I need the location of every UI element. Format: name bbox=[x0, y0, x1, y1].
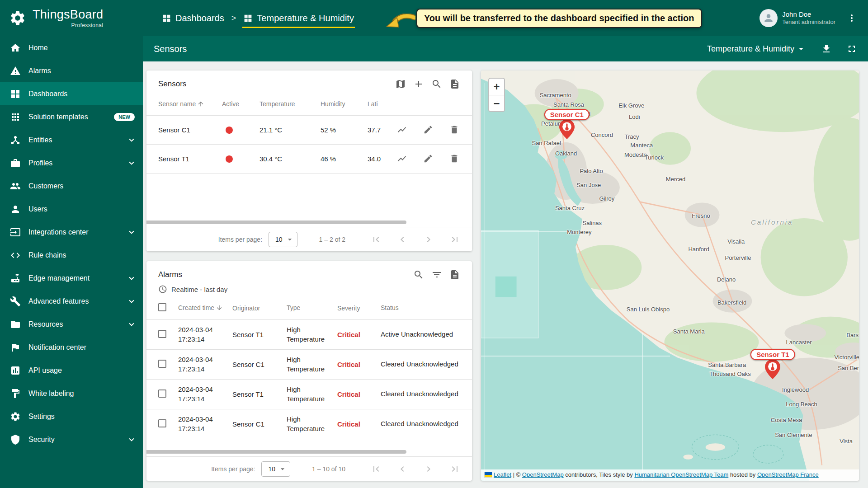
sidebar-item-label: Alarms bbox=[28, 67, 137, 75]
sidebar-item-white-labeling[interactable]: White labeling bbox=[0, 382, 143, 405]
alarm-row[interactable]: 2024-03-0417:23:14 Sensor T1 High Temper… bbox=[146, 380, 472, 409]
map-city-label: Oakland bbox=[555, 150, 577, 157]
sidebar-item-security[interactable]: Security bbox=[0, 428, 143, 451]
user-name: John Doe bbox=[782, 10, 835, 19]
white-labeling-icon bbox=[10, 388, 21, 399]
map-city-label: Sacramento bbox=[540, 92, 571, 99]
search-icon[interactable] bbox=[431, 79, 442, 89]
row-checkbox[interactable] bbox=[158, 419, 166, 427]
map-marker-label[interactable]: Sensor T1 bbox=[750, 349, 795, 360]
more-menu-icon[interactable] bbox=[846, 13, 857, 23]
sidebar-item-profiles[interactable]: Profiles bbox=[0, 151, 143, 174]
row-checkbox[interactable] bbox=[158, 389, 166, 398]
alarm-severity: Critical bbox=[337, 331, 381, 338]
attribution-link[interactable]: OpenStreetMap France bbox=[757, 471, 819, 478]
alarms-icon bbox=[10, 66, 21, 76]
sidebar-item-rule-chains[interactable]: Rule chains bbox=[0, 244, 143, 267]
sort-ascending-icon[interactable] bbox=[197, 100, 204, 108]
sidebar-item-home[interactable]: Home bbox=[0, 36, 143, 59]
items-per-page-select[interactable]: 10 bbox=[261, 461, 290, 477]
row-checkbox[interactable] bbox=[158, 360, 166, 368]
sidebar-item-edge-management[interactable]: Edge management bbox=[0, 267, 143, 290]
alarm-row[interactable]: 2024-03-0417:23:14 Sensor C1 High Temper… bbox=[146, 409, 472, 439]
sidebar-item-settings[interactable]: Settings bbox=[0, 405, 143, 428]
alarm-row[interactable]: 2024-03-0417:23:14 Sensor T1 High Temper… bbox=[146, 320, 472, 350]
attribution-link[interactable]: OpenStreetMap bbox=[522, 471, 564, 478]
sidebar-item-integrations-center[interactable]: Integrations center bbox=[0, 221, 143, 244]
dashboard-state-select[interactable]: Temperature & Humidity bbox=[707, 43, 807, 54]
search-icon[interactable] bbox=[413, 269, 424, 280]
sensor-row[interactable]: Sensor T1 30.4 °C 46 % 34.0 bbox=[146, 145, 472, 174]
map-attribution: Leaflet | © OpenStreetMap contributors, … bbox=[481, 469, 859, 481]
sidebar-item-api-usage[interactable]: API usage bbox=[0, 359, 143, 382]
chevron-down-icon bbox=[127, 158, 137, 168]
sidebar-item-customers[interactable]: Customers bbox=[0, 174, 143, 197]
add-entity-icon[interactable] bbox=[413, 79, 424, 89]
select-all-checkbox[interactable] bbox=[158, 303, 166, 311]
first-page-icon[interactable] bbox=[371, 464, 382, 474]
last-page-icon[interactable] bbox=[449, 234, 460, 245]
sidebar-item-dashboards[interactable]: Dashboards bbox=[0, 82, 143, 105]
timeseries-chart-icon[interactable] bbox=[397, 125, 408, 136]
map-marker-label[interactable]: Sensor C1 bbox=[544, 109, 590, 120]
previous-page-icon[interactable] bbox=[397, 234, 408, 245]
sidebar-item-users[interactable]: Users bbox=[0, 197, 143, 221]
sidebar-item-entities[interactable]: Entities bbox=[0, 128, 143, 151]
attribution-link[interactable]: Leaflet bbox=[494, 471, 511, 478]
last-page-icon[interactable] bbox=[449, 464, 460, 474]
timeseries-chart-icon[interactable] bbox=[397, 154, 408, 164]
filter-icon[interactable] bbox=[431, 269, 442, 280]
active-status-dot bbox=[226, 127, 233, 134]
alarm-row[interactable]: 2024-03-0417:23:14 Sensor C1 High Temper… bbox=[146, 350, 472, 380]
map-canvas[interactable] bbox=[481, 70, 859, 481]
map-marker-sensor-c1[interactable] bbox=[559, 119, 575, 141]
alarm-created-time: 2024-03-0417:23:14 bbox=[178, 325, 232, 344]
row-checkbox[interactable] bbox=[158, 330, 166, 338]
horizontal-scrollbar[interactable] bbox=[146, 450, 406, 454]
delete-icon[interactable] bbox=[449, 125, 460, 136]
download-icon[interactable] bbox=[821, 43, 832, 54]
map-city-label: San Clemente bbox=[775, 432, 812, 438]
sidebar-item-advanced-features[interactable]: Advanced features bbox=[0, 290, 143, 313]
sidebar-item-notification-center[interactable]: Notification center bbox=[0, 336, 143, 359]
map-marker-sensor-t1[interactable] bbox=[765, 359, 780, 381]
sensor-row[interactable]: Sensor C1 21.1 °C 52 % 37.7 bbox=[146, 116, 472, 145]
edit-icon[interactable] bbox=[423, 154, 434, 164]
export-icon[interactable] bbox=[449, 79, 460, 89]
sidebar-item-solution-templates[interactable]: Solution templates NEW bbox=[0, 105, 143, 128]
map-city-label: Merced bbox=[666, 175, 685, 182]
user-block[interactable]: John Doe Tenant administrator bbox=[760, 9, 835, 27]
fullscreen-icon[interactable] bbox=[846, 43, 857, 54]
sidebar-item-alarms[interactable]: Alarms bbox=[0, 59, 143, 82]
delete-icon[interactable] bbox=[449, 154, 460, 164]
sidebar-item-resources[interactable]: Resources bbox=[0, 313, 143, 336]
previous-page-icon[interactable] bbox=[397, 464, 408, 474]
sidebar-item-label: API usage bbox=[28, 366, 137, 375]
first-page-icon[interactable] bbox=[371, 234, 382, 245]
person-icon bbox=[763, 12, 774, 24]
sensor-temperature: 21.1 °C bbox=[259, 126, 321, 134]
zoom-out-button[interactable]: − bbox=[489, 95, 504, 111]
chevron-down-icon bbox=[127, 435, 137, 445]
sidebar-item-label: Entities bbox=[28, 136, 119, 144]
next-page-icon[interactable] bbox=[423, 234, 434, 245]
resources-icon bbox=[10, 319, 21, 330]
sidebar-item-label: White labeling bbox=[28, 389, 137, 398]
export-icon[interactable] bbox=[449, 269, 460, 280]
attribution-link[interactable]: Humanitarian OpenStreetMap Team bbox=[634, 471, 728, 478]
edit-icon[interactable] bbox=[423, 125, 434, 136]
horizontal-scrollbar[interactable] bbox=[146, 221, 406, 224]
sort-descending-icon[interactable] bbox=[216, 304, 223, 311]
sidebar-item-label: Profiles bbox=[28, 159, 119, 167]
map-icon[interactable] bbox=[395, 79, 406, 89]
app-logo[interactable]: ThingsBoard Professional bbox=[0, 0, 143, 36]
map-zoom-control: + − bbox=[488, 78, 505, 112]
breadcrumb-dashboards[interactable]: Dashboards bbox=[161, 11, 225, 25]
timewindow-button[interactable]: Realtime - last day bbox=[146, 283, 472, 296]
map-city-label: Lodi bbox=[629, 113, 640, 120]
next-page-icon[interactable] bbox=[423, 464, 434, 474]
breadcrumb-current-dashboard[interactable]: Temperature & Humidity bbox=[242, 11, 355, 25]
zoom-in-button[interactable]: + bbox=[489, 79, 504, 95]
entities-icon bbox=[10, 135, 21, 145]
items-per-page-select[interactable]: 10 bbox=[269, 232, 297, 247]
